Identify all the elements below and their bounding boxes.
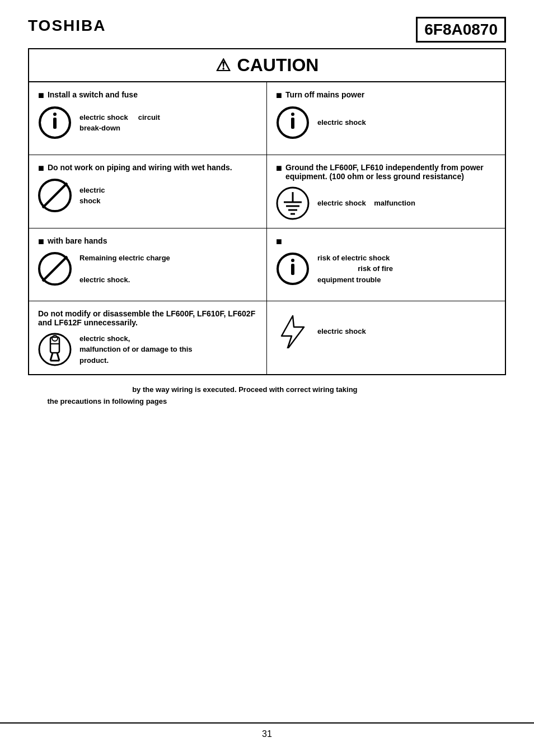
cell3-header: ■ Do not work on piping and wiring with …	[38, 163, 257, 173]
ground-icon	[276, 186, 310, 220]
no-icon-1	[38, 179, 72, 212]
caution-cell-6: ■ risk of electric shock risk of fireequ…	[267, 228, 505, 301]
footer-text: by the way wiring is executed. Proceed w…	[28, 384, 506, 408]
cell3-icon-text: electricshock	[79, 185, 105, 207]
cell2-content: electric shock	[276, 106, 496, 139]
caution-cell-7: Do not modify or disassemble the LF600F,…	[29, 301, 267, 374]
cell6-header: ■	[276, 236, 496, 246]
header: TOSHIBA 6F8A0870	[28, 17, 506, 43]
svg-rect-24	[50, 337, 59, 353]
wrench-icon	[38, 333, 72, 366]
exclaim-icon-2	[276, 106, 310, 139]
lightning-icon	[276, 315, 310, 348]
caution-cell-8: electric shock	[267, 301, 505, 374]
doc-number: 6F8A0870	[416, 17, 506, 43]
caution-grid: ■ Install a switch and fuse electric sho…	[29, 82, 505, 374]
cell5-content: Remaining electric chargeelectric shock.	[38, 252, 257, 286]
cell2-icon-text: electric shock	[317, 117, 366, 128]
cell4-content: electric shock malfunction	[276, 186, 496, 220]
cell3-content: electricshock	[38, 179, 257, 212]
caution-box: ⚠ CAUTION ■ Install a switch and fuse	[28, 48, 506, 375]
exclaim-icon-3	[276, 252, 310, 286]
cell8-icon-text: electric shock	[317, 326, 366, 337]
caution-cell-1: ■ Install a switch and fuse electric sho…	[29, 82, 267, 155]
cell1-header: ■ Install a switch and fuse	[38, 90, 257, 100]
svg-line-18	[43, 256, 67, 281]
svg-point-25	[52, 335, 58, 341]
svg-line-10	[43, 183, 67, 208]
caution-cell-4: ■ Ground the LF600F, LF610 independently…	[267, 155, 505, 228]
cell5-icon-text: Remaining electric chargeelectric shock.	[79, 253, 170, 286]
toshiba-logo: TOSHIBA	[28, 17, 106, 35]
svg-point-2	[53, 113, 57, 116]
svg-point-7	[291, 113, 294, 116]
cell7-header: Do not modify or disassemble the LF600F,…	[38, 309, 257, 327]
cell1-content: electric shock circuitbreak-down	[38, 106, 257, 139]
cell8-content: electric shock	[276, 315, 496, 348]
cell4-icon-text: electric shock malfunction	[317, 198, 415, 209]
svg-line-26	[50, 353, 53, 361]
caution-cell-3: ■ Do not work on piping and wiring with …	[29, 155, 267, 228]
cell2-header: ■ Turn off mains power	[276, 90, 496, 100]
caution-cell-5: ■ with bare hands Remaining electric cha…	[29, 228, 267, 301]
cell6-icon-text: risk of electric shock risk of fireequip…	[317, 253, 393, 286]
svg-rect-22	[291, 264, 294, 275]
page-number: 31	[0, 722, 534, 739]
svg-line-27	[57, 353, 59, 361]
no-icon-2	[38, 252, 72, 286]
cell6-content: risk of electric shock risk of fireequip…	[276, 252, 496, 286]
caution-title: ⚠ CAUTION	[29, 49, 505, 82]
page: TOSHIBA 6F8A0870 ⚠ CAUTION ■ Install a s…	[0, 0, 534, 756]
cell5-header: ■ with bare hands	[38, 236, 257, 246]
svg-marker-30	[282, 316, 304, 348]
exclaim-icon-1	[38, 106, 72, 139]
svg-rect-8	[291, 118, 294, 129]
caution-cell-2: ■ Turn off mains power electric shock	[267, 82, 505, 155]
cell4-header: ■ Ground the LF600F, LF610 independently…	[276, 163, 496, 181]
svg-point-21	[291, 259, 294, 262]
cell7-icon-text: electric shock,malfunction of or damage …	[79, 333, 193, 366]
svg-rect-3	[53, 118, 57, 129]
cell1-icon-text: electric shock circuitbreak-down	[79, 112, 160, 134]
cell7-content: electric shock,malfunction of or damage …	[38, 333, 257, 366]
warning-triangle-icon: ⚠	[216, 55, 231, 75]
